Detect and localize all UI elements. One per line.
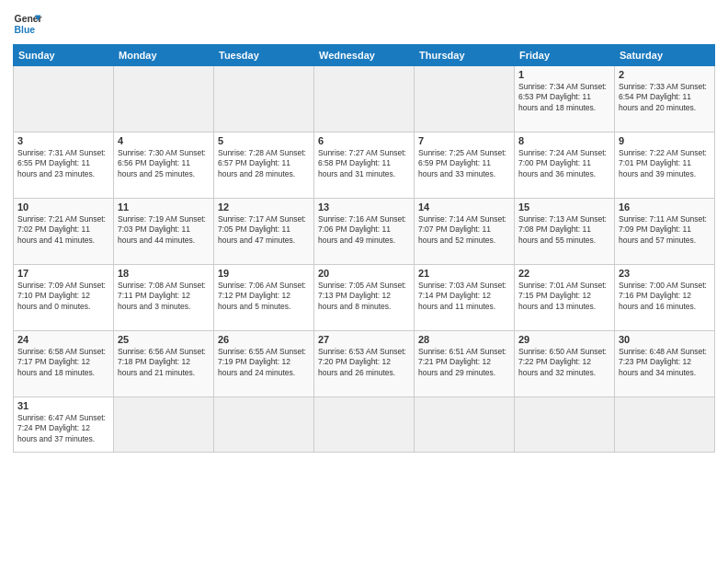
calendar-cell: 3Sunrise: 7:31 AM Sunset: 6:55 PM Daylig…: [14, 132, 114, 199]
calendar-cell: 9Sunrise: 7:22 AM Sunset: 7:01 PM Daylig…: [615, 132, 715, 199]
calendar-cell: [314, 66, 415, 132]
calendar-cell: 5Sunrise: 7:28 AM Sunset: 6:57 PM Daylig…: [214, 132, 314, 199]
day-number: 14: [418, 201, 510, 213]
day-number: 31: [17, 400, 109, 411]
day-number: 10: [17, 201, 109, 213]
day-number: 8: [518, 135, 610, 146]
calendar-cell: [114, 66, 214, 132]
calendar-row-4: 24Sunrise: 6:58 AM Sunset: 7:17 PM Dayli…: [14, 331, 715, 397]
day-info: Sunrise: 7:33 AM Sunset: 6:54 PM Dayligh…: [619, 82, 711, 113]
calendar-cell: 12Sunrise: 7:17 AM Sunset: 7:05 PM Dayli…: [214, 199, 314, 265]
day-info: Sunrise: 6:55 AM Sunset: 7:19 PM Dayligh…: [218, 347, 310, 378]
weekday-header-tuesday: Tuesday: [214, 45, 314, 66]
weekday-header-row: SundayMondayTuesdayWednesdayThursdayFrid…: [14, 45, 715, 66]
day-info: Sunrise: 7:00 AM Sunset: 7:16 PM Dayligh…: [619, 281, 711, 312]
calendar-cell: 6Sunrise: 7:27 AM Sunset: 6:58 PM Daylig…: [314, 132, 415, 199]
day-number: 5: [218, 135, 310, 146]
calendar-cell: 25Sunrise: 6:56 AM Sunset: 7:18 PM Dayli…: [114, 331, 214, 397]
weekday-header-thursday: Thursday: [415, 45, 515, 66]
calendar-cell: 19Sunrise: 7:06 AM Sunset: 7:12 PM Dayli…: [214, 265, 314, 331]
day-info: Sunrise: 7:06 AM Sunset: 7:12 PM Dayligh…: [218, 281, 310, 312]
day-info: Sunrise: 6:48 AM Sunset: 7:23 PM Dayligh…: [619, 347, 711, 378]
day-info: Sunrise: 6:58 AM Sunset: 7:17 PM Dayligh…: [17, 347, 109, 378]
day-number: 30: [619, 334, 711, 345]
calendar-row-1: 3Sunrise: 7:31 AM Sunset: 6:55 PM Daylig…: [14, 132, 715, 199]
calendar-cell: 31Sunrise: 6:47 AM Sunset: 7:24 PM Dayli…: [14, 397, 114, 453]
day-info: Sunrise: 7:16 AM Sunset: 7:06 PM Dayligh…: [318, 214, 410, 246]
calendar-cell: 4Sunrise: 7:30 AM Sunset: 6:56 PM Daylig…: [114, 132, 214, 199]
calendar-cell: 15Sunrise: 7:13 AM Sunset: 7:08 PM Dayli…: [515, 199, 615, 265]
day-number: 11: [118, 201, 210, 213]
day-info: Sunrise: 7:11 AM Sunset: 7:09 PM Dayligh…: [619, 214, 711, 246]
day-number: 9: [619, 135, 711, 146]
day-number: 29: [518, 334, 610, 345]
day-info: Sunrise: 7:27 AM Sunset: 6:58 PM Dayligh…: [318, 148, 410, 179]
calendar-cell: 18Sunrise: 7:08 AM Sunset: 7:11 PM Dayli…: [114, 265, 214, 331]
day-number: 17: [17, 268, 109, 279]
weekday-header-wednesday: Wednesday: [314, 45, 415, 66]
calendar-cell: 17Sunrise: 7:09 AM Sunset: 7:10 PM Dayli…: [14, 265, 114, 331]
day-number: 19: [218, 268, 310, 279]
logo: General Blue: [13, 9, 42, 39]
day-number: 2: [619, 69, 711, 80]
calendar-cell: 22Sunrise: 7:01 AM Sunset: 7:15 PM Dayli…: [515, 265, 615, 331]
day-number: 15: [518, 201, 610, 213]
day-number: 27: [318, 334, 410, 345]
calendar-cell: 16Sunrise: 7:11 AM Sunset: 7:09 PM Dayli…: [615, 199, 715, 265]
calendar-cell: 27Sunrise: 6:53 AM Sunset: 7:20 PM Dayli…: [314, 331, 415, 397]
day-info: Sunrise: 7:17 AM Sunset: 7:05 PM Dayligh…: [218, 214, 310, 246]
day-number: 28: [418, 334, 510, 345]
day-number: 25: [118, 334, 210, 345]
day-info: Sunrise: 7:09 AM Sunset: 7:10 PM Dayligh…: [17, 281, 109, 312]
day-info: Sunrise: 7:34 AM Sunset: 6:53 PM Dayligh…: [518, 82, 610, 113]
calendar-cell: 14Sunrise: 7:14 AM Sunset: 7:07 PM Dayli…: [415, 199, 515, 265]
day-number: 26: [218, 334, 310, 345]
day-number: 24: [17, 334, 109, 345]
calendar-cell: 30Sunrise: 6:48 AM Sunset: 7:23 PM Dayli…: [615, 331, 715, 397]
generalblue-logo-icon: General Blue: [13, 9, 42, 39]
calendar-cell: [515, 397, 615, 453]
calendar-row-5: 31Sunrise: 6:47 AM Sunset: 7:24 PM Dayli…: [14, 397, 715, 453]
day-number: 13: [318, 201, 410, 213]
day-info: Sunrise: 6:53 AM Sunset: 7:20 PM Dayligh…: [318, 347, 410, 378]
day-info: Sunrise: 7:08 AM Sunset: 7:11 PM Dayligh…: [118, 281, 210, 312]
day-info: Sunrise: 7:01 AM Sunset: 7:15 PM Dayligh…: [518, 281, 610, 312]
calendar-cell: 7Sunrise: 7:25 AM Sunset: 6:59 PM Daylig…: [415, 132, 515, 199]
calendar-cell: [415, 66, 515, 132]
day-info: Sunrise: 6:51 AM Sunset: 7:21 PM Dayligh…: [418, 347, 510, 378]
weekday-header-monday: Monday: [114, 45, 214, 66]
day-info: Sunrise: 7:21 AM Sunset: 7:02 PM Dayligh…: [17, 214, 109, 246]
day-info: Sunrise: 7:05 AM Sunset: 7:13 PM Dayligh…: [318, 281, 410, 312]
calendar-row-3: 17Sunrise: 7:09 AM Sunset: 7:10 PM Dayli…: [14, 265, 715, 331]
day-number: 21: [418, 268, 510, 279]
svg-text:Blue: Blue: [15, 25, 36, 35]
weekday-header-saturday: Saturday: [615, 45, 715, 66]
day-number: 22: [518, 268, 610, 279]
calendar-cell: 29Sunrise: 6:50 AM Sunset: 7:22 PM Dayli…: [515, 331, 615, 397]
calendar-cell: 24Sunrise: 6:58 AM Sunset: 7:17 PM Dayli…: [14, 331, 114, 397]
weekday-header-friday: Friday: [515, 45, 615, 66]
day-info: Sunrise: 7:22 AM Sunset: 7:01 PM Dayligh…: [619, 148, 711, 179]
day-info: Sunrise: 7:31 AM Sunset: 6:55 PM Dayligh…: [17, 148, 109, 179]
calendar-cell: 8Sunrise: 7:24 AM Sunset: 7:00 PM Daylig…: [515, 132, 615, 199]
page: General Blue SundayMondayTuesdayWednesda…: [0, 0, 728, 563]
day-number: 3: [17, 135, 109, 146]
day-info: Sunrise: 7:03 AM Sunset: 7:14 PM Dayligh…: [418, 281, 510, 312]
day-info: Sunrise: 7:28 AM Sunset: 6:57 PM Dayligh…: [218, 148, 310, 179]
day-info: Sunrise: 6:50 AM Sunset: 7:22 PM Dayligh…: [518, 347, 610, 378]
day-number: 4: [118, 135, 210, 146]
calendar-cell: 10Sunrise: 7:21 AM Sunset: 7:02 PM Dayli…: [14, 199, 114, 265]
day-number: 6: [318, 135, 410, 146]
day-info: Sunrise: 6:56 AM Sunset: 7:18 PM Dayligh…: [118, 347, 210, 378]
calendar-cell: 13Sunrise: 7:16 AM Sunset: 7:06 PM Dayli…: [314, 199, 415, 265]
calendar-cell: 20Sunrise: 7:05 AM Sunset: 7:13 PM Dayli…: [314, 265, 415, 331]
day-info: Sunrise: 7:30 AM Sunset: 6:56 PM Dayligh…: [118, 148, 210, 179]
weekday-header-sunday: Sunday: [14, 45, 114, 66]
day-info: Sunrise: 7:24 AM Sunset: 7:00 PM Dayligh…: [518, 148, 610, 179]
day-number: 1: [518, 69, 610, 80]
calendar-cell: 23Sunrise: 7:00 AM Sunset: 7:16 PM Dayli…: [615, 265, 715, 331]
calendar-table: SundayMondayTuesdayWednesdayThursdayFrid…: [13, 44, 715, 453]
day-info: Sunrise: 7:13 AM Sunset: 7:08 PM Dayligh…: [518, 214, 610, 246]
calendar-cell: 26Sunrise: 6:55 AM Sunset: 7:19 PM Dayli…: [214, 331, 314, 397]
calendar-cell: 21Sunrise: 7:03 AM Sunset: 7:14 PM Dayli…: [415, 265, 515, 331]
